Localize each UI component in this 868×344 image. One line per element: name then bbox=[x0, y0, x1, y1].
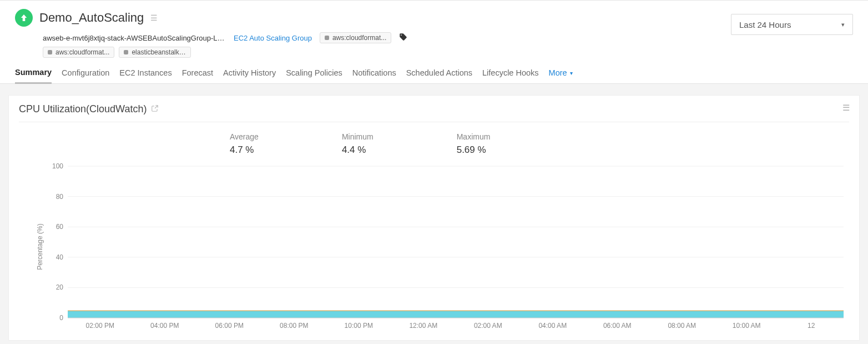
tag-pill[interactable]: aws:cloudformat... bbox=[43, 47, 114, 58]
hamburger-icon[interactable]: ☰ bbox=[150, 14, 157, 22]
page-header: Demo_AutoScaling ☰ Last 24 Hours ▾ awseb… bbox=[0, 1, 868, 63]
tag-pill[interactable]: aws:cloudformat... bbox=[320, 32, 391, 43]
svg-text:0: 0 bbox=[59, 314, 63, 322]
svg-text:100: 100 bbox=[52, 163, 63, 170]
external-link-icon[interactable] bbox=[151, 104, 159, 114]
time-range-value: Last 24 Hours bbox=[739, 20, 791, 29]
tag-icon[interactable] bbox=[399, 33, 407, 43]
svg-text:08:00 PM: 08:00 PM bbox=[280, 322, 308, 330]
chart-svg: 02040608010002:00 PM04:00 PM06:00 PM08:0… bbox=[46, 163, 846, 330]
svg-text:06:00 AM: 06:00 AM bbox=[603, 322, 632, 330]
panel-title: CPU Utilization(CloudWatch) bbox=[19, 103, 147, 115]
tab-scaling-policies[interactable]: Scaling Policies bbox=[286, 64, 342, 83]
tab-scheduled-actions[interactable]: Scheduled Actions bbox=[406, 64, 472, 83]
tab-lifecycle-hooks[interactable]: Lifecycle Hooks bbox=[482, 64, 539, 83]
svg-text:04:00 PM: 04:00 PM bbox=[150, 322, 179, 330]
chart: Percentage (%) 02040608010002:00 PM04:00… bbox=[19, 163, 849, 330]
svg-text:06:00 PM: 06:00 PM bbox=[215, 322, 244, 330]
stat-minimum: Minimum 4.4 % bbox=[342, 132, 374, 156]
chevron-down-icon: ▾ bbox=[570, 70, 573, 76]
cpu-panel: CPU Utilization(CloudWatch) ☰ Average 4.… bbox=[8, 95, 860, 341]
svg-text:10:00 PM: 10:00 PM bbox=[345, 322, 373, 330]
svg-text:04:00 AM: 04:00 AM bbox=[538, 322, 567, 330]
page-title: Demo_AutoScaling bbox=[39, 11, 144, 25]
svg-text:40: 40 bbox=[56, 253, 64, 261]
resource-id: awseb-e-mvt6j8xtjq-stack-AWSEBAutoScalin… bbox=[43, 34, 226, 42]
tab-notifications[interactable]: Notifications bbox=[352, 64, 396, 83]
time-range-select[interactable]: Last 24 Hours ▾ bbox=[731, 14, 853, 35]
svg-text:20: 20 bbox=[56, 283, 64, 291]
tab-more[interactable]: More ▾ bbox=[549, 64, 573, 83]
svg-text:80: 80 bbox=[56, 193, 64, 201]
tab-summary[interactable]: Summary bbox=[15, 63, 52, 84]
svg-text:12: 12 bbox=[808, 322, 815, 330]
tab-configuration[interactable]: Configuration bbox=[62, 64, 109, 83]
tab-bar: Summary Configuration EC2 Instances Fore… bbox=[0, 63, 868, 84]
hamburger-icon[interactable]: ☰ bbox=[842, 103, 849, 112]
svg-text:12:00 AM: 12:00 AM bbox=[409, 322, 437, 330]
tag-dot-icon bbox=[124, 50, 128, 54]
svg-text:02:00 AM: 02:00 AM bbox=[474, 322, 502, 330]
tag-dot-icon bbox=[48, 50, 52, 54]
tab-forecast[interactable]: Forecast bbox=[182, 64, 213, 83]
stats-row: Average 4.7 % Minimum 4.4 % Maximum 5.69… bbox=[19, 122, 849, 161]
tag-pill[interactable]: elasticbeanstalk:... bbox=[119, 47, 191, 58]
tag-dot-icon bbox=[325, 36, 329, 40]
tab-ec2-instances[interactable]: EC2 Instances bbox=[119, 64, 171, 83]
svg-text:02:00 PM: 02:00 PM bbox=[86, 322, 114, 330]
chart-ylabel: Percentage (%) bbox=[36, 223, 44, 270]
stat-maximum: Maximum 5.69 % bbox=[457, 132, 491, 156]
resource-type-link[interactable]: EC2 Auto Scaling Group bbox=[234, 34, 312, 42]
svg-text:10:00 AM: 10:00 AM bbox=[733, 322, 761, 330]
svg-text:60: 60 bbox=[56, 223, 64, 231]
svg-text:08:00 AM: 08:00 AM bbox=[668, 322, 696, 330]
chevron-down-icon: ▾ bbox=[841, 21, 845, 28]
stat-average: Average 4.7 % bbox=[230, 132, 259, 156]
tab-activity-history[interactable]: Activity History bbox=[223, 64, 276, 83]
content-area: CPU Utilization(CloudWatch) ☰ Average 4.… bbox=[0, 84, 868, 344]
status-up-icon bbox=[15, 9, 33, 27]
